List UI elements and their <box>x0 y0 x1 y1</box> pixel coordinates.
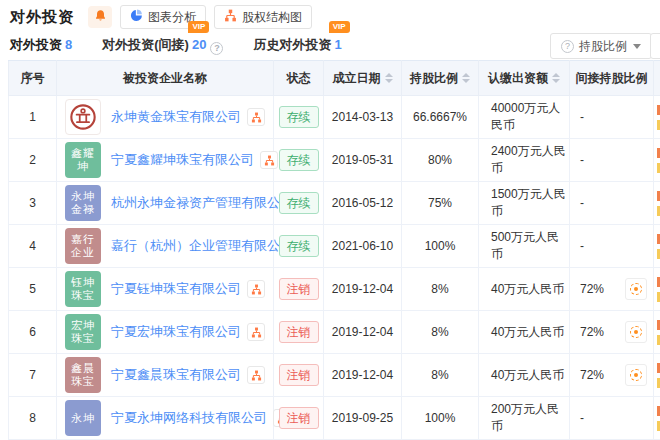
row-number: 1 <box>9 96 57 139</box>
equity-mini-icon[interactable] <box>247 323 265 341</box>
subscribed-amount: 40000万元人民币 <box>479 96 570 139</box>
row-number: 5 <box>9 268 57 311</box>
shareholding-ratio: 8% <box>402 354 479 397</box>
target-icon <box>630 283 642 295</box>
company-avatar: 永坤金禄 <box>65 185 101 221</box>
monitor-bell-button[interactable] <box>88 6 112 28</box>
establish-date: 2019-12-04 <box>324 354 402 397</box>
company-name-link[interactable]: 宁夏永坤网络科技有限公司 <box>111 409 267 427</box>
subscribed-amount: 1500万元人民币 <box>479 182 570 225</box>
establish-date: 2019-12-04 <box>324 311 402 354</box>
establish-date: 2016-05-12 <box>324 182 402 225</box>
sort-icon[interactable] <box>462 73 470 83</box>
col-indirect: 间接持股比例 <box>570 61 654 96</box>
table-row: 3 永坤金禄 杭州永坤金禄资产管理有限公司 存续 2016-05-12 75% … <box>9 182 660 225</box>
subscribed-amount: 500万元人民币 <box>479 225 570 268</box>
col-date: 成立日期 <box>324 61 402 96</box>
tab-history-investment[interactable]: VIP 历史对外投资1 <box>253 30 341 63</box>
company-name-link[interactable]: 永坤黄金珠宝有限公司 <box>111 108 241 126</box>
clipped-action-cell <box>654 139 660 182</box>
question-icon: ? <box>561 40 574 53</box>
equity-mini-icon[interactable] <box>247 280 265 298</box>
clipped-action-cell <box>654 397 660 440</box>
shareholding-ratio: 66.6667% <box>402 96 479 139</box>
status-badge: 注销 <box>279 278 319 300</box>
col-status: 状态 <box>274 61 324 96</box>
col-company: 被投资企业名称 <box>57 61 274 96</box>
status-badge: 注销 <box>279 407 319 429</box>
indirect-ratio: - <box>580 110 584 124</box>
sort-icon[interactable] <box>385 73 393 83</box>
establish-date: 2019-09-25 <box>324 397 402 440</box>
clipped-action-cell <box>654 182 660 225</box>
row-number: 4 <box>9 225 57 268</box>
table-row: 5 钰坤珠宝 宁夏钰坤珠宝有限公司 注销 2019-12-04 8% 40万元人… <box>9 268 660 311</box>
status-badge: 存续 <box>279 192 319 214</box>
shareholding-ratio: 8% <box>402 268 479 311</box>
status-badge: 存续 <box>279 106 319 128</box>
equity-mini-icon[interactable] <box>247 366 265 384</box>
company-name-link[interactable]: 宁夏鑫耀坤珠宝有限公司 <box>111 151 254 169</box>
export-button[interactable]: 导出数据 <box>650 33 660 59</box>
subscribed-amount: 2400万元人民币 <box>479 139 570 182</box>
indirect-ratio: 72% <box>580 282 604 296</box>
row-number: 6 <box>9 311 57 354</box>
company-name-link[interactable]: 宁夏鑫晨珠宝有限公司 <box>111 366 241 384</box>
info-icon[interactable]: ? <box>210 42 223 55</box>
table-row: 4 嘉行企业 嘉行（杭州）企业管理有限公司 存续 2021-06-10 100%… <box>9 225 660 268</box>
indirect-ratio: 72% <box>580 368 604 382</box>
target-icon <box>630 369 642 381</box>
table-row: 7 鑫晨珠宝 宁夏鑫晨珠宝有限公司 注销 2019-12-04 8% 40万元人… <box>9 354 660 397</box>
row-number: 8 <box>9 397 57 440</box>
company-avatar: 鑫耀坤 <box>65 142 101 178</box>
company-name-link[interactable]: 嘉行（杭州）企业管理有限公司 <box>111 237 293 255</box>
status-badge: 存续 <box>279 235 319 257</box>
vip-badge: VIP <box>188 21 209 33</box>
company-name-link[interactable]: 杭州永坤金禄资产管理有限公司 <box>111 194 293 212</box>
bell-icon <box>94 8 107 26</box>
subscribed-amount: 200万元人民币 <box>479 397 570 440</box>
clipped-action-cell <box>654 311 660 354</box>
col-amount: 认缴出资额 <box>479 61 570 96</box>
company-avatar <box>65 99 101 135</box>
target-icon <box>630 326 642 338</box>
company-name-link[interactable]: 宁夏宏坤珠宝有限公司 <box>111 323 241 341</box>
tab-label: 对外投资(间接) <box>102 37 189 52</box>
table-row: 6 宏坤珠宝 宁夏宏坤珠宝有限公司 注销 2019-12-04 8% 40万元人… <box>9 311 660 354</box>
penetrate-icon-button[interactable] <box>625 364 647 386</box>
status-badge: 注销 <box>279 364 319 386</box>
row-number: 3 <box>9 182 57 225</box>
tab-indirect-investment[interactable]: VIP 对外投资(间接)20? <box>102 30 223 63</box>
shareholding-ratio: 75% <box>402 182 479 225</box>
col-no: 序号 <box>9 61 57 96</box>
table-row: 1 永坤黄金珠宝有限公司 存续 2014-03-13 66.6667% 4000… <box>9 96 660 139</box>
status-badge: 注销 <box>279 321 319 343</box>
page-title: 对外投资 <box>10 8 74 27</box>
equity-mini-icon[interactable] <box>260 151 278 169</box>
indirect-ratio: - <box>580 239 584 253</box>
sort-icon[interactable] <box>552 73 560 83</box>
establish-date: 2019-05-31 <box>324 139 402 182</box>
establish-date: 2014-03-13 <box>324 96 402 139</box>
chevron-down-icon <box>633 44 641 49</box>
shareholding-ratio: 80% <box>402 139 479 182</box>
clipped-action-cell <box>654 354 660 397</box>
status-badge: 存续 <box>279 149 319 171</box>
table-header: 序号 被投资企业名称 状态 成立日期 持股比例 认缴出资额 间接持股比例 <box>9 61 660 96</box>
company-avatar: 钰坤珠宝 <box>65 271 101 307</box>
shareholding-filter-dropdown[interactable]: ? 持股比例 <box>550 33 652 59</box>
section-header: 对外投资 图表分析 股权结构图 <box>10 4 312 30</box>
subscribed-amount: 40万元人民币 <box>479 354 570 397</box>
company-avatar: 嘉行企业 <box>65 228 101 264</box>
indirect-ratio: - <box>580 196 584 210</box>
tab-outbound-investment[interactable]: 对外投资8 <box>10 30 72 63</box>
penetrate-icon-button[interactable] <box>625 321 647 343</box>
equity-structure-icon <box>224 9 242 25</box>
company-name-link[interactable]: 宁夏钰坤珠宝有限公司 <box>111 280 241 298</box>
equity-mini-icon[interactable] <box>247 108 265 126</box>
penetrate-icon-button[interactable] <box>625 278 647 300</box>
table-row: 2 鑫耀坤 宁夏鑫耀坤珠宝有限公司 存续 2019-05-31 80% 2400… <box>9 139 660 182</box>
clipped-action-cell <box>654 96 660 139</box>
col-actions-clipped <box>654 61 660 96</box>
equity-structure-button[interactable]: 股权结构图 <box>214 5 312 29</box>
